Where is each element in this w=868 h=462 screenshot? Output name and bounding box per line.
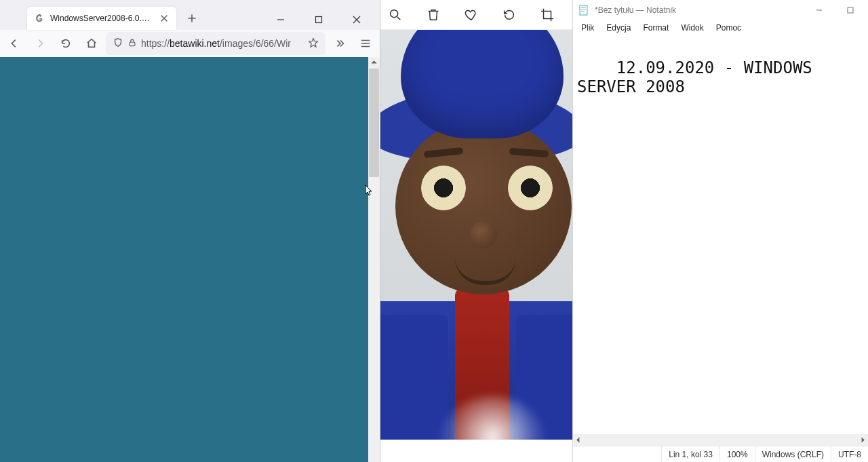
url-bar[interactable]: https://betawiki.net/images/6/66/Wir bbox=[106, 32, 326, 55]
notepad-titlebar[interactable]: *Bez tytułu — Notatnik bbox=[573, 0, 868, 20]
back-button[interactable] bbox=[3, 32, 26, 55]
notepad-app-icon bbox=[578, 5, 589, 16]
delete-icon[interactable] bbox=[422, 4, 444, 26]
close-button[interactable] bbox=[342, 9, 372, 30]
mouse-cursor-icon bbox=[365, 185, 373, 197]
minimize-button[interactable] bbox=[266, 9, 296, 30]
app-menu-button[interactable] bbox=[354, 32, 377, 55]
browser-tab[interactable]: WindowsServer2008-6.0.6001d bbox=[27, 7, 176, 30]
tab-title: WindowsServer2008-6.0.6001d bbox=[50, 14, 153, 23]
status-encoding: UTF-8 bbox=[831, 446, 868, 462]
image-canvas[interactable] bbox=[380, 30, 572, 440]
vscroll-track[interactable] bbox=[368, 69, 380, 462]
notepad-horizontal-scrollbar[interactable] bbox=[573, 434, 868, 446]
content-vertical-scrollbar[interactable] bbox=[368, 57, 380, 462]
notepad-editor[interactable]: 12.09.2020 - WINDOWS SERVER 2008 bbox=[573, 35, 868, 434]
editor-content: 12.09.2020 - WINDOWS SERVER 2008 bbox=[577, 58, 822, 96]
firefox-tabstrip: WindowsServer2008-6.0.6001d bbox=[3, 0, 266, 30]
zoom-icon[interactable] bbox=[384, 4, 406, 26]
firefox-content: Start bbox=[0, 57, 380, 462]
svg-point-10 bbox=[391, 9, 398, 17]
np-minimize-button[interactable] bbox=[804, 3, 834, 18]
firefox-window-controls bbox=[266, 9, 377, 30]
menu-file[interactable]: Plik bbox=[577, 22, 598, 34]
favorite-icon[interactable] bbox=[460, 4, 482, 26]
figure-eye-left bbox=[421, 166, 466, 210]
np-scroll-right-button[interactable] bbox=[856, 434, 868, 446]
image-viewer-toolbar bbox=[380, 0, 572, 30]
notepad-window: *Bez tytułu — Notatnik Plik Edycja Forma… bbox=[572, 0, 868, 462]
forward-button[interactable] bbox=[28, 32, 52, 55]
firefox-window: WindowsServer2008-6.0.6001d https://beta… bbox=[0, 0, 380, 462]
figure-shoulder-left bbox=[380, 315, 448, 440]
shield-icon bbox=[113, 37, 123, 50]
new-tab-button[interactable] bbox=[182, 8, 202, 28]
url-text: https://betawiki.net/images/6/66/Wir bbox=[141, 38, 304, 49]
notepad-menubar: Plik Edycja Format Widok Pomoc bbox=[573, 20, 868, 35]
notepad-statusbar: Lin 1, kol 33 100% Windows (CRLF) UTF-8 bbox=[573, 446, 868, 462]
figure-eye-right bbox=[508, 166, 553, 210]
vscroll-thumb[interactable] bbox=[369, 69, 379, 177]
firefox-titlebar[interactable]: WindowsServer2008-6.0.6001d bbox=[0, 0, 380, 30]
notepad-title: *Bez tytułu — Notatnik bbox=[595, 5, 676, 15]
figure-nose bbox=[470, 221, 497, 248]
photo-scene bbox=[380, 30, 572, 440]
status-cursor-position: Lin 1, kol 33 bbox=[661, 446, 719, 462]
maximize-button[interactable] bbox=[304, 9, 334, 30]
bookmark-star-icon[interactable] bbox=[308, 37, 319, 50]
overflow-button[interactable] bbox=[328, 32, 351, 55]
lock-icon bbox=[127, 38, 137, 50]
rotate-icon[interactable] bbox=[498, 4, 520, 26]
screenshot-desktop bbox=[0, 57, 369, 462]
scroll-up-button[interactable] bbox=[368, 57, 380, 69]
np-hscroll-track[interactable] bbox=[585, 434, 856, 446]
home-button[interactable] bbox=[80, 32, 103, 55]
menu-help[interactable]: Pomoc bbox=[712, 22, 745, 34]
svg-rect-1 bbox=[130, 42, 135, 45]
crop-icon[interactable] bbox=[536, 4, 558, 26]
firefox-toolbar: https://betawiki.net/images/6/66/Wir bbox=[0, 30, 380, 57]
menu-edit[interactable]: Edycja bbox=[602, 22, 635, 34]
status-eol: Windows (CRLF) bbox=[755, 446, 831, 462]
tab-favicon bbox=[34, 13, 45, 24]
image-viewer bbox=[380, 0, 572, 462]
figure-hat-top bbox=[401, 30, 564, 138]
np-maximize-button[interactable] bbox=[835, 3, 865, 18]
notepad-window-controls bbox=[804, 0, 865, 20]
tab-close-button[interactable] bbox=[159, 13, 170, 24]
svg-rect-11 bbox=[580, 5, 587, 15]
reload-button[interactable] bbox=[54, 32, 77, 55]
image-viewer-footer bbox=[380, 440, 572, 462]
status-zoom: 100% bbox=[719, 446, 755, 462]
page-image: Start bbox=[0, 57, 369, 462]
np-scroll-left-button[interactable] bbox=[573, 434, 585, 446]
svg-rect-0 bbox=[316, 17, 322, 23]
svg-rect-12 bbox=[848, 7, 853, 13]
menu-view[interactable]: Widok bbox=[677, 22, 707, 34]
menu-format[interactable]: Format bbox=[639, 22, 673, 34]
